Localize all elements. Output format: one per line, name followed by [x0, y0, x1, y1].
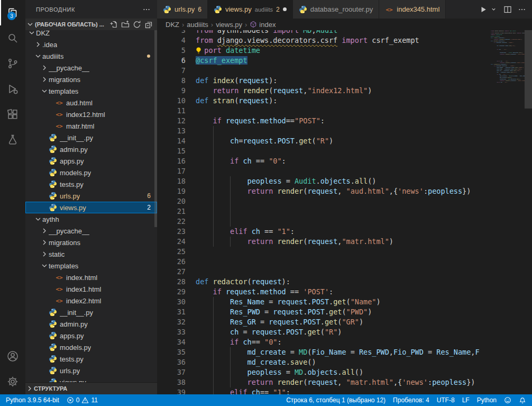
tab-urls.py[interactable]: urls.py6: [157, 0, 208, 19]
activity-run-and-debug[interactable]: [0, 76, 25, 102]
tree-item-index12.html[interactable]: <>index12.html: [25, 109, 157, 120]
tree-item-models.py[interactable]: models.py: [25, 167, 157, 178]
scrollbar-thumb[interactable]: [525, 30, 532, 109]
status-encoding[interactable]: UTF-8: [433, 394, 458, 406]
line-number[interactable]: 26: [157, 257, 186, 267]
tree-item-aythh[interactable]: aythh: [25, 213, 157, 225]
status-cursor-position[interactable]: Строка 6, столбец 1 (выбрано 12): [282, 394, 389, 406]
code-line-15[interactable]: 15: [157, 146, 532, 156]
line-number[interactable]: 11: [157, 106, 186, 116]
code-line-17[interactable]: 17: [157, 166, 532, 176]
line-number[interactable]: 37: [157, 367, 186, 377]
new-file-button[interactable]: [108, 19, 119, 30]
line-number[interactable]: 38: [157, 377, 186, 387]
code-line-26[interactable]: 26: [157, 257, 532, 267]
line-number[interactable]: 16: [157, 156, 186, 166]
code-line-35[interactable]: 35 md_create = MD(Fio_Name = Res_PWD,Fio…: [157, 347, 532, 357]
tree-item-__init__.py[interactable]: __init__.py: [25, 306, 157, 318]
tree-item-index.html[interactable]: <>index.html: [25, 272, 157, 283]
breadcrumb-views.py[interactable]: views.py: [216, 21, 242, 29]
tree-item-tests.py[interactable]: tests.py: [25, 178, 157, 190]
status-notifications[interactable]: [515, 394, 530, 406]
code-line-27[interactable]: 27: [157, 267, 532, 277]
line-number[interactable]: 10: [157, 96, 186, 106]
collapse-all-button[interactable]: [143, 19, 154, 30]
tree-item-.idea[interactable]: .idea: [25, 39, 157, 50]
status-python-interpreter[interactable]: Python 3.9.5 64-bit: [2, 394, 63, 406]
breadcrumb-DKZ[interactable]: DKZ: [166, 21, 179, 29]
chevron-down-icon[interactable]: [40, 261, 49, 270]
code-line-13[interactable]: 13: [157, 126, 532, 136]
dirty-indicator[interactable]: [283, 7, 287, 11]
code-line-6[interactable]: 6@csrf_exempt: [157, 56, 532, 66]
tree-item-templates[interactable]: templates: [25, 260, 157, 272]
line-number[interactable]: 21: [157, 206, 186, 216]
line-number[interactable]: 9: [157, 86, 186, 96]
code-line-36[interactable]: 36 md_create.save(): [157, 357, 532, 367]
tree-item-static[interactable]: static: [25, 248, 157, 260]
status-feedback[interactable]: [500, 394, 515, 406]
chevron-right-icon[interactable]: [34, 40, 42, 49]
activity-search[interactable]: [0, 25, 25, 51]
line-number[interactable]: 4: [157, 35, 186, 46]
code-line-30[interactable]: 30 Res_Name = request.POST.get("Name"): [157, 297, 532, 307]
code-line-9[interactable]: 9 return render(request,"index12.html"): [157, 86, 532, 96]
code-line-16[interactable]: 16 if ch == "0":: [157, 156, 532, 166]
line-number[interactable]: 24: [157, 237, 186, 247]
chevron-right-icon[interactable]: [40, 227, 49, 235]
more-actions-button[interactable]: [517, 4, 527, 15]
tree-item-DKZ[interactable]: DKZ: [25, 30, 157, 39]
run-dropdown-button[interactable]: [489, 4, 498, 15]
minimap[interactable]: from aythh.models import MD,Auditfrom dj…: [491, 30, 525, 250]
line-number[interactable]: 8: [157, 76, 186, 86]
line-number[interactable]: 20: [157, 196, 186, 206]
line-number[interactable]: 32: [157, 317, 186, 327]
tree-item-admin.py[interactable]: admin.py: [25, 143, 157, 155]
tree-item-__pycache__[interactable]: __pycache__: [25, 62, 157, 74]
chevron-down-icon[interactable]: [34, 215, 42, 223]
activity-explorer[interactable]: 3: [0, 0, 25, 25]
tab-index345.html[interactable]: <>index345.html: [379, 0, 446, 19]
workspace-section-header[interactable]: (РАБОЧАЯ ОБЛАСТЬ) ...: [25, 19, 157, 30]
code-line-25[interactable]: 25: [157, 247, 532, 257]
code-line-23[interactable]: 23 elif ch == "1":: [157, 227, 532, 237]
line-number[interactable]: 3: [157, 30, 186, 35]
code-line-10[interactable]: 10def stran(request):: [157, 96, 532, 106]
chevron-down-icon[interactable]: [40, 87, 49, 95]
new-folder-button[interactable]: [120, 19, 131, 30]
line-number[interactable]: 27: [157, 267, 186, 277]
line-number[interactable]: 33: [157, 327, 186, 337]
line-number[interactable]: 15: [157, 146, 186, 156]
line-number[interactable]: 39: [157, 387, 186, 394]
tree-item-index2.html[interactable]: <>index2.html: [25, 295, 157, 306]
line-number[interactable]: 34: [157, 337, 186, 347]
line-number[interactable]: 14: [157, 136, 186, 146]
line-number[interactable]: 35: [157, 347, 186, 357]
tree-item-templates[interactable]: templates: [25, 85, 157, 97]
tree-item-migrations[interactable]: migrations: [25, 237, 157, 248]
activity-account[interactable]: [0, 344, 25, 369]
tab-database_roouter.py[interactable]: database_roouter.py: [293, 0, 380, 19]
line-number[interactable]: 28: [157, 277, 186, 287]
tree-item-apps.py[interactable]: apps.py: [25, 155, 157, 167]
tree-item-audiiits[interactable]: audiiits: [25, 50, 157, 62]
line-number[interactable]: 25: [157, 247, 186, 257]
split-editor-button[interactable]: [503, 4, 512, 15]
activity-extensions[interactable]: [0, 102, 25, 127]
code-line-19[interactable]: 19 return render(request, "aud.html",{'n…: [157, 186, 532, 196]
breadcrumb-audiiits[interactable]: audiiits: [187, 21, 208, 29]
line-number[interactable]: 18: [157, 176, 186, 186]
more-actions-button[interactable]: [141, 4, 152, 15]
line-number[interactable]: 30: [157, 297, 186, 307]
tree-item-models.py[interactable]: models.py: [25, 341, 157, 353]
code-line-28[interactable]: 28def redactor(request):: [157, 277, 532, 287]
chevron-right-icon[interactable]: [40, 64, 49, 72]
code-line-5[interactable]: 5import datetime: [157, 46, 532, 56]
line-number[interactable]: 17: [157, 166, 186, 176]
status-language-mode[interactable]: Python: [473, 394, 500, 406]
activity-testing[interactable]: [0, 127, 25, 152]
tab-views.py[interactable]: views.pyaudiiits2: [208, 0, 293, 19]
code-line-4[interactable]: 4from django.views.decorators.csrf impor…: [157, 35, 532, 46]
chevron-right-icon[interactable]: [40, 250, 49, 258]
code-line-8[interactable]: 8def index(request):: [157, 76, 532, 86]
